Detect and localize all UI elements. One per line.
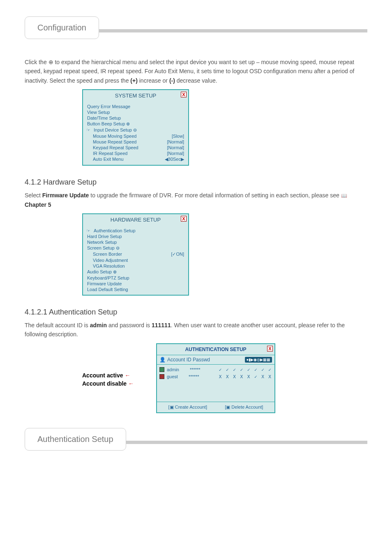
account-pw: ****** (190, 367, 201, 372)
account-disable-label: Account disable ← (82, 380, 134, 387)
sub-item[interactable]: Screen Border[✓ON] (87, 251, 184, 257)
status-active-icon (159, 367, 164, 372)
book-icon: 📖 (341, 193, 347, 199)
close-icon[interactable]: X (267, 346, 273, 352)
sub-item[interactable]: Keypad Repeat Speed[Normal] (87, 145, 184, 150)
expand-icon: ⊕ (48, 59, 53, 65)
sub-item[interactable]: IR Repeat Speed[Normal] (87, 150, 184, 156)
menu-item[interactable]: Query Error Message (87, 104, 184, 109)
divider (126, 441, 367, 444)
section-heading: 4.1.2 Hardware Setup (25, 178, 367, 187)
t: Click the (25, 59, 47, 65)
hardware-setup-panel: HARDWARE SETUP X Authentication Setup Ha… (82, 213, 189, 296)
menu-item-selected[interactable]: Input Device Setup ⊖ (87, 127, 184, 133)
user-icon: 👤 (159, 357, 166, 363)
sub-item[interactable]: VGA Resolution (87, 263, 184, 269)
minus-label: (-) (169, 77, 175, 84)
account-id: admin (167, 367, 179, 372)
perms: ✓ ✓ ✓ ✓ ✓ ✓ ✓ ✓ (219, 367, 272, 372)
auth-header: 👤 Account ID Passwd ●▮▶◉◎▶▦▦ (157, 355, 274, 365)
system-setup-panel: SYSTEM SETUP X Query Error Message View … (82, 89, 189, 166)
menu-item[interactable]: View Setup (87, 109, 184, 115)
menu-item[interactable]: Date/Time Setup (87, 115, 184, 121)
menu-item[interactable]: Hard Drive Setup (87, 234, 184, 239)
account-active-label: Account active ← (82, 372, 130, 379)
t: SYSTEM SETUP (115, 92, 156, 99)
menu-item[interactable]: Firmware Update (87, 281, 184, 287)
auth-text: The default account ID is admin and pass… (25, 321, 367, 339)
t: increase or (139, 77, 169, 84)
menu-item[interactable]: Screen Setup ⊖ (87, 245, 184, 251)
close-icon[interactable]: X (181, 216, 187, 222)
hardware-text: Select Firmware Update to upgrade the fi… (25, 191, 367, 209)
account-row[interactable]: guest ****** X X X X X ✓ X X (159, 373, 272, 380)
menu-item[interactable]: Keyboard/PTZ Setup (87, 275, 184, 281)
account-row[interactable]: admin ****** ✓ ✓ ✓ ✓ ✓ ✓ ✓ ✓ (159, 366, 272, 373)
menu-item-selected[interactable]: Authentication Setup (87, 228, 184, 234)
sub-item[interactable]: Mouse Repeat Speed[Normal] (87, 139, 184, 145)
menu-item[interactable]: Network Setup (87, 239, 184, 245)
default-pw: 111111 (152, 322, 171, 328)
sub-item[interactable]: Auto Exit Menu◀30Sec▶ (87, 156, 184, 162)
panel-title: AUTHENTICATION SETUP X (157, 344, 274, 355)
arrow-icon: ← (128, 380, 134, 387)
col-headers: Account ID Passwd (167, 357, 210, 363)
firmware-label: Firmware Update (42, 192, 89, 199)
account-id: guest (167, 374, 178, 379)
divider (99, 29, 367, 32)
tab-configuration: Configuration (25, 16, 99, 39)
delete-account-button[interactable]: [▣ Delete Account] (225, 405, 263, 410)
plus-label: (+) (130, 77, 138, 84)
sub-item[interactable]: Video Adjustment (87, 257, 184, 263)
create-icon: ▣ (170, 405, 174, 409)
admin-id: admin (90, 322, 107, 328)
menu-item[interactable]: Audio Setup ⊕ (87, 269, 184, 275)
create-account-button[interactable]: [▣ Create Account] (168, 405, 207, 410)
close-icon[interactable]: X (181, 92, 187, 97)
delete-icon: ▣ (226, 405, 230, 409)
sub-item[interactable]: Mouse Moving Speed[Slow] (87, 133, 184, 139)
account-pw: ****** (189, 374, 199, 379)
panel-title: SYSTEM SETUP X (83, 90, 188, 101)
panel-title: HARDWARE SETUP X (83, 214, 188, 225)
status-disable-icon (159, 374, 164, 379)
permission-icons: ●▮▶◉◎▶▦▦ (245, 357, 272, 363)
authentication-panel: AUTHENTICATION SETUP X 👤 Account ID Pass… (156, 343, 275, 413)
section-heading: 4.1.2.1 Authentication Setup (25, 308, 367, 317)
intro-text: Click the ⊕ to expand the hierarchical m… (25, 58, 367, 85)
tab-auth-setup: Authentication Setup (25, 428, 126, 451)
menu-item[interactable]: Load Default Setting (87, 287, 184, 292)
chapter-ref: Chapter 5 (25, 201, 51, 208)
arrow-icon: ← (125, 372, 130, 379)
menu-item[interactable]: Button Beep Setup ⊕ (87, 121, 184, 127)
perms: X X X X X ✓ X X (219, 374, 272, 379)
t: decrease value. (177, 77, 217, 84)
